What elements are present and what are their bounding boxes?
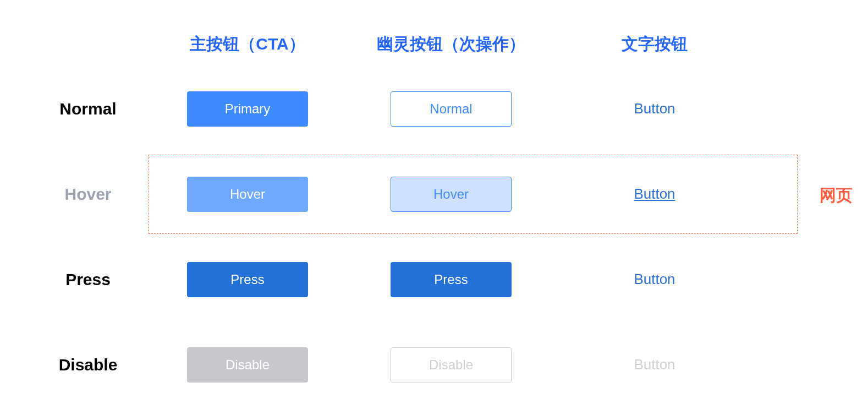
col-header-text: 文字按钮: [567, 33, 743, 56]
primary-button-hover[interactable]: Hover: [187, 177, 308, 212]
cell-primary-press: Press: [160, 262, 336, 297]
cell-text-hover: Button: [567, 185, 743, 203]
primary-button-press[interactable]: Press: [187, 262, 308, 297]
text-button-disable: Button: [634, 356, 675, 373]
button-states-table: 主按钮（CTA） 幽灵按钮（次操作） 文字按钮 Normal Primary N…: [0, 22, 868, 407]
row-label-hover: Hover: [17, 185, 160, 204]
cell-ghost-disable: Disable: [336, 347, 567, 383]
row-label-disable: Disable: [17, 356, 160, 374]
col-header-primary: 主按钮（CTA）: [160, 33, 336, 56]
ghost-button-hover[interactable]: Hover: [391, 177, 512, 212]
ghost-button-normal[interactable]: Normal: [391, 91, 512, 127]
cell-primary-normal: Primary: [160, 91, 336, 127]
cell-text-disable: Button: [567, 356, 743, 373]
row-label-press: Press: [17, 270, 160, 289]
cell-text-normal: Button: [567, 100, 743, 117]
text-button-hover[interactable]: Button: [634, 185, 675, 203]
cell-ghost-press: Press: [336, 262, 567, 297]
text-button-normal[interactable]: Button: [634, 100, 675, 117]
cell-primary-disable: Disable: [160, 347, 336, 383]
cell-ghost-normal: Normal: [336, 91, 567, 127]
text-button-press[interactable]: Button: [634, 271, 675, 288]
annotation-webpage: 网页: [820, 184, 853, 207]
ghost-button-disable: Disable: [391, 347, 512, 383]
ghost-button-press[interactable]: Press: [391, 262, 512, 297]
primary-button-normal[interactable]: Primary: [187, 91, 308, 127]
cell-ghost-hover: Hover: [336, 177, 567, 212]
col-header-ghost: 幽灵按钮（次操作）: [336, 33, 567, 56]
row-label-normal: Normal: [17, 100, 160, 118]
cell-text-press: Button: [567, 271, 743, 288]
primary-button-disable: Disable: [187, 347, 308, 383]
cell-primary-hover: Hover: [160, 177, 336, 212]
